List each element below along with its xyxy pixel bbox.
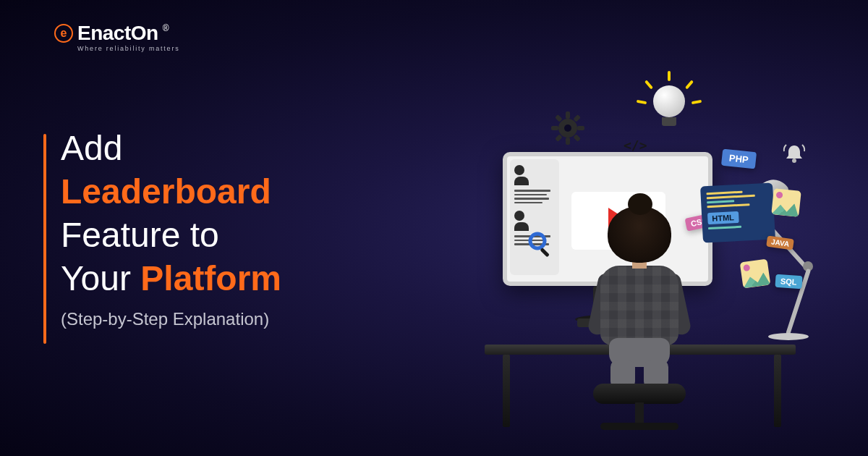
headline-line-1: Add	[61, 127, 281, 170]
svg-rect-4	[577, 126, 584, 130]
magnifier-icon	[527, 230, 556, 262]
svg-point-9	[564, 124, 571, 132]
gear-icon	[550, 110, 586, 149]
hero-illustration: </>	[434, 58, 839, 434]
svg-rect-1	[566, 111, 570, 119]
logo-mark-icon: e	[54, 24, 73, 43]
tag-html: HTML	[707, 211, 739, 224]
svg-rect-2	[566, 138, 570, 145]
tag-sql: SQL	[775, 274, 802, 290]
svg-rect-5	[555, 114, 563, 122]
accent-bar	[43, 134, 46, 344]
code-editor-card: HTML	[700, 182, 775, 242]
image-thumbnail-icon	[771, 188, 801, 217]
headline-subtitle: (Step-by-Step Explanation)	[61, 309, 281, 329]
svg-rect-8	[573, 134, 581, 142]
desk-leg	[774, 355, 781, 427]
svg-point-11	[530, 234, 545, 248]
chair-base	[600, 423, 678, 430]
svg-rect-6	[573, 114, 581, 122]
brand-logo: e EnactOn ® Where reliability matters	[54, 22, 180, 52]
bell-icon	[781, 141, 807, 170]
svg-rect-12	[540, 248, 549, 257]
svg-rect-3	[551, 126, 558, 130]
chair	[593, 384, 686, 404]
headline-line-3: Feature to	[61, 214, 281, 257]
desk-leg	[503, 355, 510, 427]
headline: Add Leaderboard Feature to Your Platform…	[43, 127, 281, 344]
headline-line-4b: Platform	[140, 259, 281, 297]
headline-line-2: Leaderboard	[61, 170, 281, 214]
tag-php: PHP	[721, 149, 757, 169]
brand-tagline: Where reliability matters	[77, 45, 180, 52]
headline-line-4a: Your	[61, 259, 140, 297]
registered-mark: ®	[163, 23, 169, 33]
svg-rect-7	[555, 134, 563, 142]
headline-line-4: Your Platform	[61, 257, 281, 300]
image-thumbnail-icon	[740, 259, 771, 289]
brand-name: EnactOn	[77, 22, 158, 45]
svg-point-10	[792, 159, 796, 163]
lightbulb-icon	[640, 72, 698, 138]
code-icon: </>	[624, 138, 647, 153]
developer-character	[579, 206, 702, 394]
